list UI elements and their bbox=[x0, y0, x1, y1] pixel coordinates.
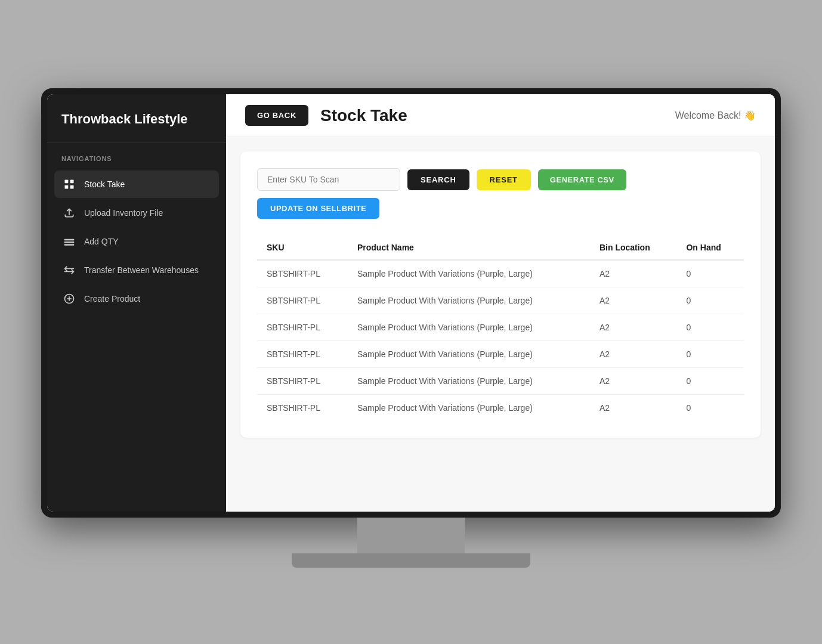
header: GO BACK Stock Take Welcome Back! 👋 bbox=[226, 94, 775, 137]
welcome-text: Welcome Back! 👋 bbox=[675, 110, 756, 121]
sidebar-item-label: Upload Inventory File bbox=[84, 208, 163, 218]
layers-icon bbox=[63, 235, 76, 248]
col-product-name: Product Name bbox=[348, 236, 590, 260]
cell-on-hand: 0 bbox=[676, 341, 744, 368]
cell-bin-location: A2 bbox=[590, 260, 676, 287]
cell-sku: SBTSHIRT-PL bbox=[257, 368, 348, 395]
reset-button[interactable]: RESET bbox=[477, 169, 531, 190]
sidebar-item-create-product[interactable]: Create Product bbox=[54, 285, 219, 312]
table-body: SBTSHIRT-PLSample Product With Variation… bbox=[257, 260, 744, 421]
sidebar: Throwback Lifestyle NAVIGATIONS bbox=[47, 94, 226, 512]
cell-on-hand: 0 bbox=[676, 287, 744, 314]
sidebar-item-label: Stock Take bbox=[84, 179, 125, 189]
brand-name: Throwback Lifestyle bbox=[47, 94, 226, 143]
search-button[interactable]: SEARCH bbox=[407, 169, 469, 190]
cell-sku: SBTSHIRT-PL bbox=[257, 395, 348, 422]
cell-product-name: Sample Product With Variations (Purple, … bbox=[348, 341, 590, 368]
cell-on-hand: 0 bbox=[676, 314, 744, 341]
transfer-icon bbox=[63, 264, 76, 277]
cell-product-name: Sample Product With Variations (Purple, … bbox=[348, 260, 590, 287]
cell-sku: SBTSHIRT-PL bbox=[257, 260, 348, 287]
cell-bin-location: A2 bbox=[590, 368, 676, 395]
update-sellbrite-button[interactable]: UPDATE ON SELLBRITE bbox=[257, 198, 379, 219]
svg-rect-5 bbox=[64, 242, 75, 243]
search-input[interactable] bbox=[257, 168, 400, 191]
cell-sku: SBTSHIRT-PL bbox=[257, 341, 348, 368]
cell-product-name: Sample Product With Variations (Purple, … bbox=[348, 314, 590, 341]
svg-rect-6 bbox=[64, 244, 75, 246]
cell-sku: SBTSHIRT-PL bbox=[257, 287, 348, 314]
col-on-hand: On Hand bbox=[676, 236, 744, 260]
svg-rect-1 bbox=[70, 179, 74, 183]
sidebar-item-upload-inventory[interactable]: Upload Inventory File bbox=[54, 199, 219, 227]
generate-csv-button[interactable]: GENERATE CSV bbox=[538, 169, 626, 190]
main-card: SEARCH RESET GENERATE CSV UPDATE ON SELL… bbox=[240, 151, 761, 438]
table-header-row: SKU Product Name Bin Location On Hand bbox=[257, 236, 744, 260]
cell-bin-location: A2 bbox=[590, 314, 676, 341]
plus-circle-icon bbox=[63, 292, 76, 305]
cell-bin-location: A2 bbox=[590, 287, 676, 314]
cell-product-name: Sample Product With Variations (Purple, … bbox=[348, 287, 590, 314]
sidebar-item-add-qty[interactable]: Add QTY bbox=[54, 228, 219, 255]
svg-rect-0 bbox=[65, 179, 69, 183]
sidebar-item-stock-take[interactable]: Stock Take bbox=[54, 171, 219, 198]
stand-base bbox=[292, 553, 530, 568]
main-content: GO BACK Stock Take Welcome Back! 👋 SEARC… bbox=[226, 94, 775, 512]
sidebar-item-label: Add QTY bbox=[84, 237, 119, 246]
page-title: Stock Take bbox=[320, 106, 407, 125]
grid-icon bbox=[63, 178, 76, 191]
sidebar-item-transfer[interactable]: Transfer Between Warehouses bbox=[54, 256, 219, 284]
table-row: SBTSHIRT-PLSample Product With Variation… bbox=[257, 287, 744, 314]
sidebar-nav: Stock Take Upload Inventory File bbox=[47, 168, 226, 315]
col-bin-location: Bin Location bbox=[590, 236, 676, 260]
monitor-stand bbox=[41, 518, 781, 568]
svg-rect-4 bbox=[64, 239, 75, 240]
toolbar: SEARCH RESET GENERATE CSV UPDATE ON SELL… bbox=[257, 168, 744, 219]
header-left: GO BACK Stock Take bbox=[245, 105, 407, 126]
content-area: SEARCH RESET GENERATE CSV UPDATE ON SELL… bbox=[226, 137, 775, 512]
svg-rect-3 bbox=[70, 185, 74, 188]
table-row: SBTSHIRT-PLSample Product With Variation… bbox=[257, 368, 744, 395]
table-row: SBTSHIRT-PLSample Product With Variation… bbox=[257, 314, 744, 341]
cell-bin-location: A2 bbox=[590, 395, 676, 422]
table-row: SBTSHIRT-PLSample Product With Variation… bbox=[257, 260, 744, 287]
sidebar-item-label: Create Product bbox=[84, 294, 140, 304]
inventory-table: SKU Product Name Bin Location On Hand SB… bbox=[257, 236, 744, 421]
cell-on-hand: 0 bbox=[676, 368, 744, 395]
cell-bin-location: A2 bbox=[590, 341, 676, 368]
go-back-button[interactable]: GO BACK bbox=[245, 105, 308, 126]
table-row: SBTSHIRT-PLSample Product With Variation… bbox=[257, 395, 744, 422]
cell-product-name: Sample Product With Variations (Purple, … bbox=[348, 368, 590, 395]
cell-on-hand: 0 bbox=[676, 395, 744, 422]
col-sku: SKU bbox=[257, 236, 348, 260]
cell-product-name: Sample Product With Variations (Purple, … bbox=[348, 395, 590, 422]
nav-label: NAVIGATIONS bbox=[47, 143, 226, 168]
cell-on-hand: 0 bbox=[676, 260, 744, 287]
sidebar-item-label: Transfer Between Warehouses bbox=[84, 265, 199, 275]
upload-icon bbox=[63, 206, 76, 219]
table-row: SBTSHIRT-PLSample Product With Variation… bbox=[257, 341, 744, 368]
svg-rect-2 bbox=[65, 185, 69, 188]
table-wrapper: SKU Product Name Bin Location On Hand SB… bbox=[257, 236, 744, 421]
cell-sku: SBTSHIRT-PL bbox=[257, 314, 348, 341]
stand-neck bbox=[357, 518, 465, 553]
